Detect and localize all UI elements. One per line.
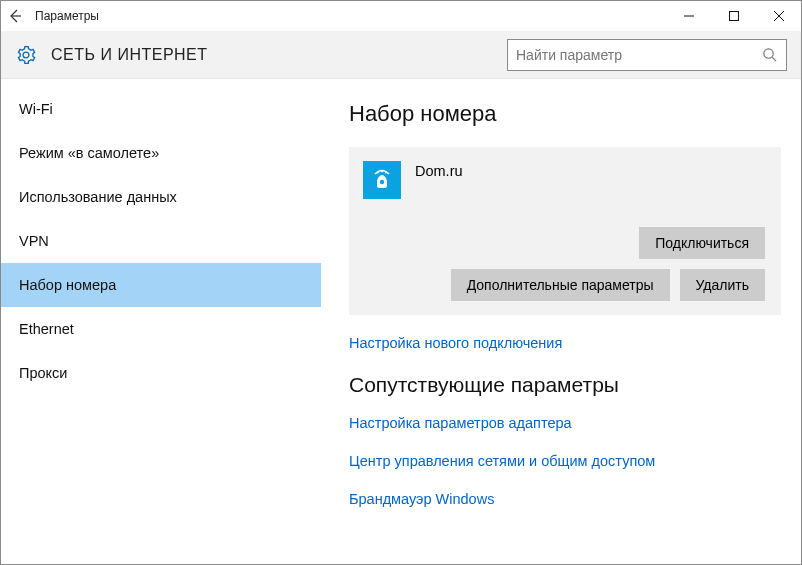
related-title: Сопутствующие параметры xyxy=(349,373,781,397)
related-link-firewall[interactable]: Брандмауэр Windows xyxy=(349,491,781,507)
search-input[interactable] xyxy=(516,47,760,63)
sidebar-item-label: Набор номера xyxy=(19,277,116,293)
body: Wi-Fi Режим «в самолете» Использование д… xyxy=(1,79,801,564)
maximize-icon xyxy=(729,11,739,21)
sidebar-item-vpn[interactable]: VPN xyxy=(1,219,321,263)
sidebar-item-label: Использование данных xyxy=(19,189,177,205)
main-content: Набор номера Dom.ru Подключиться xyxy=(321,79,801,564)
close-icon xyxy=(774,11,784,21)
section-title: Набор номера xyxy=(349,101,781,127)
close-button[interactable] xyxy=(756,1,801,31)
connect-button[interactable]: Подключиться xyxy=(639,227,765,259)
page-title: СЕТЬ И ИНТЕРНЕТ xyxy=(51,46,507,64)
svg-point-4 xyxy=(763,49,772,58)
connection-actions-row: Дополнительные параметры Удалить xyxy=(451,269,765,301)
sidebar-item-proxy[interactable]: Прокси xyxy=(1,351,321,395)
svg-point-8 xyxy=(385,172,387,174)
sidebar-item-label: Прокси xyxy=(19,365,67,381)
titlebar: Параметры xyxy=(1,1,801,31)
settings-window: Параметры СЕТЬ И ИНТЕРНЕТ xyxy=(0,0,802,565)
svg-point-9 xyxy=(380,180,384,184)
sidebar-item-ethernet[interactable]: Ethernet xyxy=(1,307,321,351)
maximize-button[interactable] xyxy=(711,1,756,31)
sidebar-item-label: Wi-Fi xyxy=(19,101,53,117)
sidebar-item-data-usage[interactable]: Использование данных xyxy=(1,175,321,219)
window-title: Параметры xyxy=(29,9,666,23)
sidebar-item-wifi[interactable]: Wi-Fi xyxy=(1,87,321,131)
connection-name: Dom.ru xyxy=(415,161,463,179)
sidebar-item-airplane[interactable]: Режим «в самолете» xyxy=(1,131,321,175)
svg-point-6 xyxy=(377,172,379,174)
sidebar: Wi-Fi Режим «в самолете» Использование д… xyxy=(1,79,321,564)
phone-icon xyxy=(363,161,401,199)
svg-line-5 xyxy=(772,57,776,61)
window-controls xyxy=(666,1,801,31)
connection-row: Dom.ru xyxy=(363,161,765,199)
delete-button[interactable]: Удалить xyxy=(680,269,765,301)
svg-rect-1 xyxy=(729,12,738,21)
sidebar-item-label: Ethernet xyxy=(19,321,74,337)
gear-icon xyxy=(15,44,37,66)
sidebar-item-label: Режим «в самолете» xyxy=(19,145,159,161)
connection-card[interactable]: Dom.ru Подключиться Дополнительные парам… xyxy=(349,147,781,315)
minimize-button[interactable] xyxy=(666,1,711,31)
related-link-adapter[interactable]: Настройка параметров адаптера xyxy=(349,415,781,431)
connection-actions: Подключиться Дополнительные параметры Уд… xyxy=(363,227,765,301)
related-link-sharing[interactable]: Центр управления сетями и общим доступом xyxy=(349,453,781,469)
arrow-left-icon xyxy=(8,9,22,23)
minimize-icon xyxy=(684,11,694,21)
search-icon xyxy=(760,46,778,64)
advanced-button[interactable]: Дополнительные параметры xyxy=(451,269,670,301)
back-button[interactable] xyxy=(1,1,29,31)
search-box[interactable] xyxy=(507,39,787,71)
sidebar-item-dialup[interactable]: Набор номера xyxy=(1,263,321,307)
header: СЕТЬ И ИНТЕРНЕТ xyxy=(1,31,801,79)
sidebar-item-label: VPN xyxy=(19,233,49,249)
svg-point-7 xyxy=(381,171,383,173)
new-connection-link[interactable]: Настройка нового подключения xyxy=(349,335,781,351)
